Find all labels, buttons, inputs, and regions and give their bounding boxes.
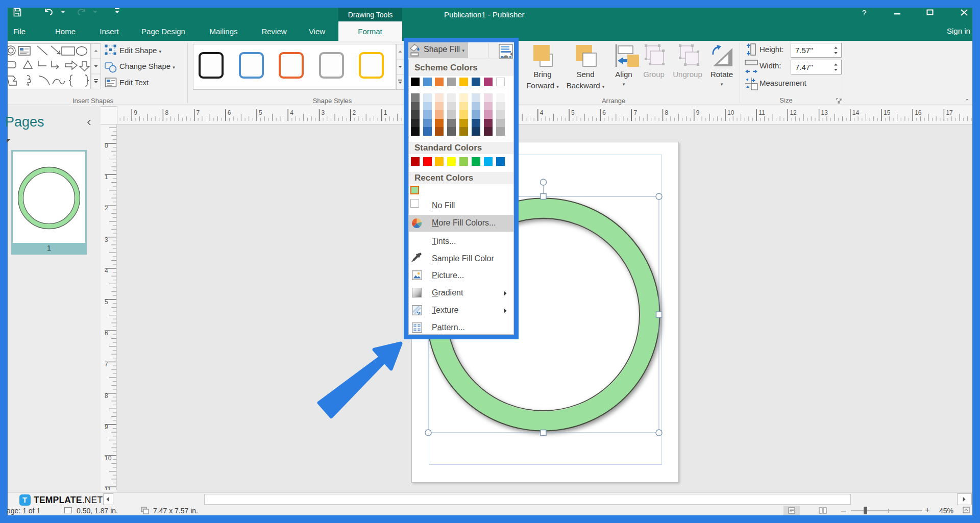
svg-text:9: 9 (134, 109, 137, 116)
svg-text:3: 3 (105, 236, 108, 243)
svg-text:6: 6 (228, 109, 231, 116)
svg-text:10: 10 (105, 455, 112, 462)
svg-text:2: 2 (105, 205, 108, 212)
svg-text:1: 1 (105, 173, 108, 181)
svg-text:4: 4 (105, 267, 108, 275)
svg-text:9: 9 (105, 424, 108, 431)
svg-text:3: 3 (321, 109, 325, 116)
svg-text:4: 4 (540, 109, 544, 116)
svg-text:0: 0 (105, 142, 108, 150)
svg-text:5: 5 (571, 109, 575, 116)
svg-text:16: 16 (915, 109, 922, 116)
svg-text:8: 8 (165, 109, 168, 116)
svg-text:6: 6 (602, 109, 606, 116)
svg-text:9: 9 (696, 109, 700, 116)
svg-text:15: 15 (884, 109, 891, 116)
svg-text:17: 17 (946, 109, 953, 116)
svg-text:5: 5 (259, 109, 262, 116)
svg-text:8: 8 (105, 392, 108, 400)
svg-text:14: 14 (852, 109, 860, 116)
svg-text:7: 7 (105, 361, 108, 368)
svg-text:11: 11 (758, 109, 765, 116)
svg-text:2: 2 (353, 109, 356, 116)
svg-text:6: 6 (105, 330, 108, 337)
svg-text:12: 12 (790, 109, 797, 116)
svg-text:1: 1 (384, 109, 387, 116)
svg-text:5: 5 (105, 298, 108, 306)
svg-text:7: 7 (633, 109, 637, 116)
svg-text:4: 4 (290, 109, 293, 116)
svg-text:8: 8 (665, 109, 669, 116)
svg-text:11: 11 (105, 486, 111, 490)
svg-text:10: 10 (727, 109, 734, 116)
svg-text:13: 13 (821, 109, 828, 116)
svg-text:?: ? (862, 8, 866, 17)
svg-text:7: 7 (197, 109, 200, 116)
